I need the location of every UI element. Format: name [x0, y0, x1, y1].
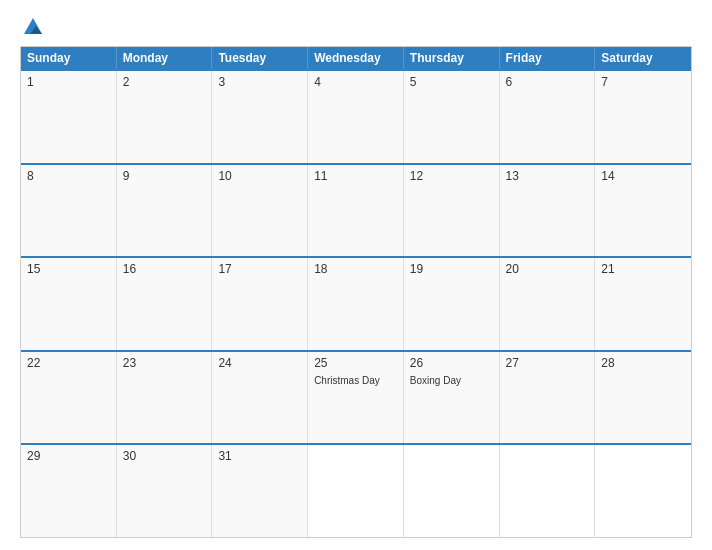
day-cell: 3	[212, 71, 308, 163]
day-cell: 13	[500, 165, 596, 257]
day-number: 19	[410, 262, 493, 276]
day-number: 9	[123, 169, 206, 183]
day-cell: 18	[308, 258, 404, 350]
day-cell: 2	[117, 71, 213, 163]
day-cell	[404, 445, 500, 537]
day-cell: 4	[308, 71, 404, 163]
day-number: 6	[506, 75, 589, 89]
day-header-thursday: Thursday	[404, 47, 500, 69]
day-number: 18	[314, 262, 397, 276]
week-row-4: 22232425Christmas Day26Boxing Day2728	[21, 350, 691, 444]
day-header-sunday: Sunday	[21, 47, 117, 69]
day-cell: 22	[21, 352, 117, 444]
day-number: 8	[27, 169, 110, 183]
day-cell: 17	[212, 258, 308, 350]
day-number: 12	[410, 169, 493, 183]
day-number: 27	[506, 356, 589, 370]
day-number: 22	[27, 356, 110, 370]
day-cell: 6	[500, 71, 596, 163]
day-cell: 5	[404, 71, 500, 163]
day-number: 21	[601, 262, 685, 276]
day-header-tuesday: Tuesday	[212, 47, 308, 69]
day-cell: 28	[595, 352, 691, 444]
day-cell: 7	[595, 71, 691, 163]
day-cell: 24	[212, 352, 308, 444]
day-cell: 21	[595, 258, 691, 350]
day-number: 26	[410, 356, 493, 370]
day-number: 16	[123, 262, 206, 276]
day-number: 7	[601, 75, 685, 89]
day-cell: 29	[21, 445, 117, 537]
day-cell: 16	[117, 258, 213, 350]
day-number: 28	[601, 356, 685, 370]
day-number: 31	[218, 449, 301, 463]
holiday-label: Christmas Day	[314, 374, 397, 387]
holiday-label: Boxing Day	[410, 374, 493, 387]
day-header-monday: Monday	[117, 47, 213, 69]
day-number: 5	[410, 75, 493, 89]
day-cell: 14	[595, 165, 691, 257]
day-header-wednesday: Wednesday	[308, 47, 404, 69]
day-number: 15	[27, 262, 110, 276]
week-row-1: 1234567	[21, 69, 691, 163]
calendar-grid: SundayMondayTuesdayWednesdayThursdayFrid…	[20, 46, 692, 538]
day-header-saturday: Saturday	[595, 47, 691, 69]
day-header-friday: Friday	[500, 47, 596, 69]
week-row-3: 15161718192021	[21, 256, 691, 350]
day-number: 17	[218, 262, 301, 276]
day-number: 23	[123, 356, 206, 370]
day-number: 24	[218, 356, 301, 370]
day-number: 13	[506, 169, 589, 183]
day-number: 1	[27, 75, 110, 89]
logo-icon	[22, 16, 44, 38]
day-cell: 19	[404, 258, 500, 350]
day-cell: 26Boxing Day	[404, 352, 500, 444]
calendar-page: SundayMondayTuesdayWednesdayThursdayFrid…	[0, 0, 712, 550]
day-cell: 31	[212, 445, 308, 537]
day-cell: 15	[21, 258, 117, 350]
day-cell: 9	[117, 165, 213, 257]
weeks-container: 1234567891011121314151617181920212223242…	[21, 69, 691, 537]
week-row-5: 293031	[21, 443, 691, 537]
day-number: 25	[314, 356, 397, 370]
day-cell: 11	[308, 165, 404, 257]
day-cell: 30	[117, 445, 213, 537]
day-cell: 10	[212, 165, 308, 257]
day-number: 10	[218, 169, 301, 183]
day-number: 20	[506, 262, 589, 276]
day-cell: 23	[117, 352, 213, 444]
logo	[20, 16, 46, 38]
day-cell	[500, 445, 596, 537]
day-cell	[595, 445, 691, 537]
day-number: 4	[314, 75, 397, 89]
day-cell: 20	[500, 258, 596, 350]
day-number: 30	[123, 449, 206, 463]
day-cell: 25Christmas Day	[308, 352, 404, 444]
day-cell: 12	[404, 165, 500, 257]
day-cell: 27	[500, 352, 596, 444]
day-cell: 1	[21, 71, 117, 163]
day-cell: 8	[21, 165, 117, 257]
day-number: 2	[123, 75, 206, 89]
week-row-2: 891011121314	[21, 163, 691, 257]
day-number: 3	[218, 75, 301, 89]
day-number: 11	[314, 169, 397, 183]
day-number: 29	[27, 449, 110, 463]
day-number: 14	[601, 169, 685, 183]
day-headers-row: SundayMondayTuesdayWednesdayThursdayFrid…	[21, 47, 691, 69]
day-cell	[308, 445, 404, 537]
calendar-header	[20, 16, 692, 38]
